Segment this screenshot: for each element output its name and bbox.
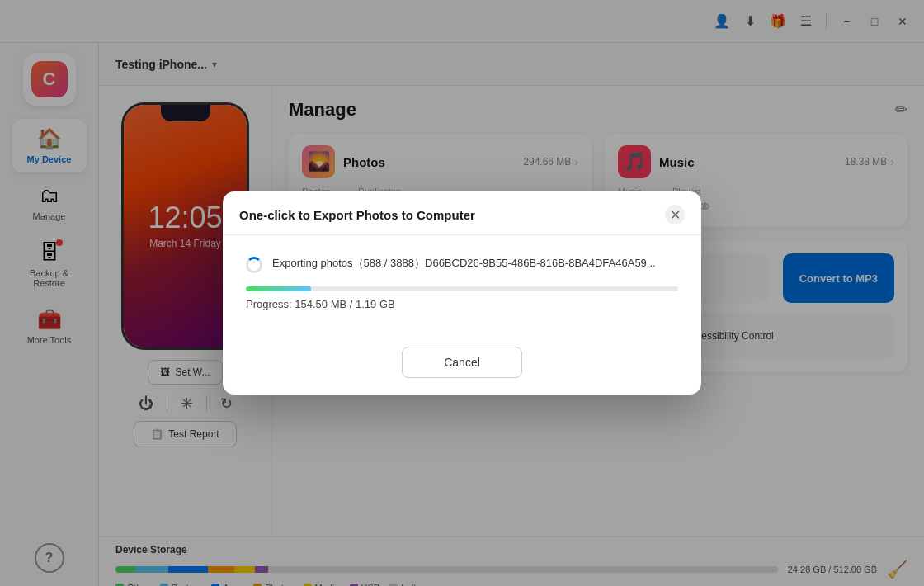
- modal-footer: Cancel: [223, 337, 701, 395]
- loading-spinner: [246, 257, 262, 273]
- export-status: Exporting photos（588 / 3888）D66BCD26-9B5…: [246, 255, 678, 273]
- progress-text: Progress: 154.50 MB / 1.19 GB: [246, 298, 678, 310]
- progress-bar-fill: [246, 286, 311, 291]
- progress-label: Progress:: [246, 298, 292, 310]
- progress-total: 1.19 GB: [356, 298, 395, 310]
- progress-bar-background: [246, 286, 678, 291]
- progress-bar-container: Progress: 154.50 MB / 1.19 GB: [246, 286, 678, 310]
- modal-title-bar: One-click to Export Photos to Computer ✕: [223, 191, 701, 235]
- export-modal: One-click to Export Photos to Computer ✕…: [223, 191, 701, 395]
- modal-title: One-click to Export Photos to Computer: [239, 208, 475, 222]
- cancel-button[interactable]: Cancel: [402, 347, 522, 378]
- export-text: Exporting photos（588 / 3888）D66BCD26-9B5…: [272, 255, 656, 272]
- modal-body: Exporting photos（588 / 3888）D66BCD26-9B5…: [223, 235, 701, 337]
- modal-close-button[interactable]: ✕: [665, 205, 685, 224]
- progress-current: 154.50 MB: [295, 298, 346, 310]
- modal-overlay: One-click to Export Photos to Computer ✕…: [0, 0, 924, 586]
- progress-separator: /: [350, 298, 356, 310]
